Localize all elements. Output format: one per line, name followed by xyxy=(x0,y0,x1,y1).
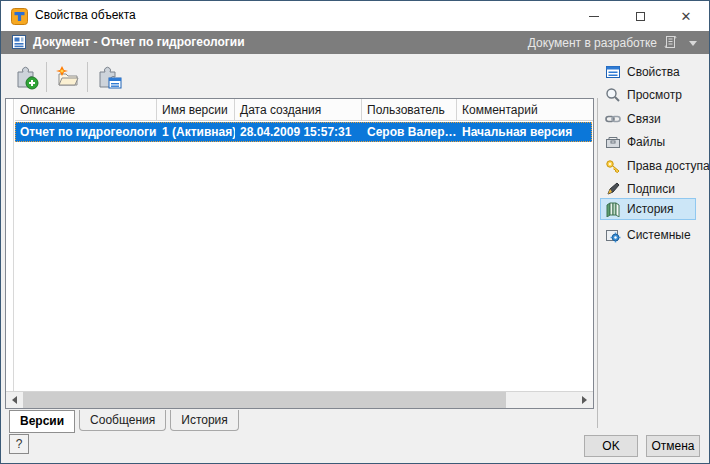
scroll-left-arrow-icon[interactable] xyxy=(6,392,23,408)
minimize-icon xyxy=(589,16,599,17)
sidebar-item-access-rights[interactable]: Права доступа xyxy=(600,155,696,177)
cell-creation-date: 28.04.2009 15:57:31 xyxy=(235,122,362,142)
close-icon: ✕ xyxy=(681,10,692,23)
column-header-creation-date[interactable]: Дата создания xyxy=(235,99,362,120)
cell-description: Отчет по гидрогеологии xyxy=(15,122,157,142)
cell-user: Серов Валер… xyxy=(362,122,457,142)
version-properties-puzzle-form-icon xyxy=(96,64,122,90)
tab-history[interactable]: История xyxy=(170,410,239,431)
cancel-button[interactable]: Отмена xyxy=(646,435,700,457)
sidebar-item-signatures[interactable]: Подписи xyxy=(600,178,696,200)
title-bar: Свойства объекта ✕ xyxy=(1,1,709,31)
add-version-button[interactable] xyxy=(9,60,43,94)
open-folder-spark-icon xyxy=(55,64,81,90)
properties-dialog: Свойства объекта ✕ Документ - Отчет по г… xyxy=(0,0,710,464)
bottom-tab-bar: Версии Сообщения История xyxy=(9,410,243,433)
scroll-document-icon[interactable] xyxy=(663,34,679,50)
tab-versions[interactable]: Версии xyxy=(9,410,75,433)
table-row-selected[interactable]: Отчет по гидрогеологии 1 (Активная) 28.0… xyxy=(15,122,592,142)
ok-button[interactable]: OK xyxy=(584,435,638,457)
magnifier-icon xyxy=(605,87,621,103)
column-header-description[interactable]: Описание xyxy=(15,99,157,120)
sidebar-item-label: Связи xyxy=(627,112,661,126)
sidebar-item-system[interactable]: Системные xyxy=(600,224,696,246)
properties-form-icon xyxy=(605,64,621,80)
chevron-down-icon[interactable] xyxy=(689,41,697,46)
toolbar-separator xyxy=(87,62,88,92)
column-header-user[interactable]: Пользователь xyxy=(362,99,457,120)
sidebar-item-label: Системные xyxy=(627,228,691,242)
object-title: Документ - Отчет по гидрогеологии xyxy=(33,35,245,49)
help-button[interactable]: ? xyxy=(9,434,29,454)
sidebar-item-preview[interactable]: Просмотр xyxy=(600,84,696,106)
system-gear-icon xyxy=(605,227,621,243)
versions-table: Описание Имя версии Дата создания Пользо… xyxy=(5,98,594,409)
app-logo-icon xyxy=(11,8,28,25)
chain-link-icon xyxy=(605,111,621,127)
sidebar-item-label: Файлы xyxy=(627,135,665,149)
file-cabinet-icon xyxy=(605,134,621,150)
row-indicator-column xyxy=(6,99,14,408)
close-button[interactable]: ✕ xyxy=(663,1,709,31)
sidebar-item-files[interactable]: Файлы xyxy=(600,131,696,153)
version-properties-button[interactable] xyxy=(92,60,126,94)
maximize-button[interactable] xyxy=(617,1,663,31)
cell-version-name: 1 (Активная) xyxy=(157,122,235,142)
history-books-icon xyxy=(605,201,621,217)
sidebar-item-properties[interactable]: Свойства xyxy=(600,61,696,83)
horizontal-scrollbar[interactable] xyxy=(6,391,593,408)
document-form-icon xyxy=(11,34,27,50)
scroll-right-arrow-icon[interactable] xyxy=(576,392,593,408)
object-header-bar: Документ - Отчет по гидрогеологии Докуме… xyxy=(1,31,709,54)
table-header-row: Описание Имя версии Дата создания Пользо… xyxy=(15,99,593,121)
window-title: Свойства объекта xyxy=(35,8,136,22)
tab-messages[interactable]: Сообщения xyxy=(79,410,166,431)
sidebar-item-links[interactable]: Связи xyxy=(600,108,696,130)
sidebar-item-label: Просмотр xyxy=(627,88,682,102)
minimize-button[interactable] xyxy=(571,1,617,31)
open-version-button[interactable] xyxy=(51,60,85,94)
column-header-comment[interactable]: Комментарий xyxy=(457,99,593,120)
column-header-version-name[interactable]: Имя версии xyxy=(157,99,235,120)
pen-icon xyxy=(605,181,621,197)
scrollbar-thumb[interactable] xyxy=(23,392,506,408)
key-icon xyxy=(605,158,621,174)
cell-comment: Начальная версия xyxy=(457,122,592,142)
add-version-puzzle-plus-icon xyxy=(13,64,39,90)
document-status-label: Документ в разработке xyxy=(528,36,657,50)
sidebar-separator xyxy=(597,98,598,428)
sidebar-item-label: Свойства xyxy=(627,65,680,79)
maximize-icon xyxy=(636,12,645,21)
sidebar-item-label: Подписи xyxy=(627,182,675,196)
sidebar-item-label: История xyxy=(627,202,674,216)
sidebar-item-history[interactable]: История xyxy=(600,198,696,220)
toolbar-separator xyxy=(46,62,47,92)
sidebar-item-label: Права доступа xyxy=(627,159,710,173)
